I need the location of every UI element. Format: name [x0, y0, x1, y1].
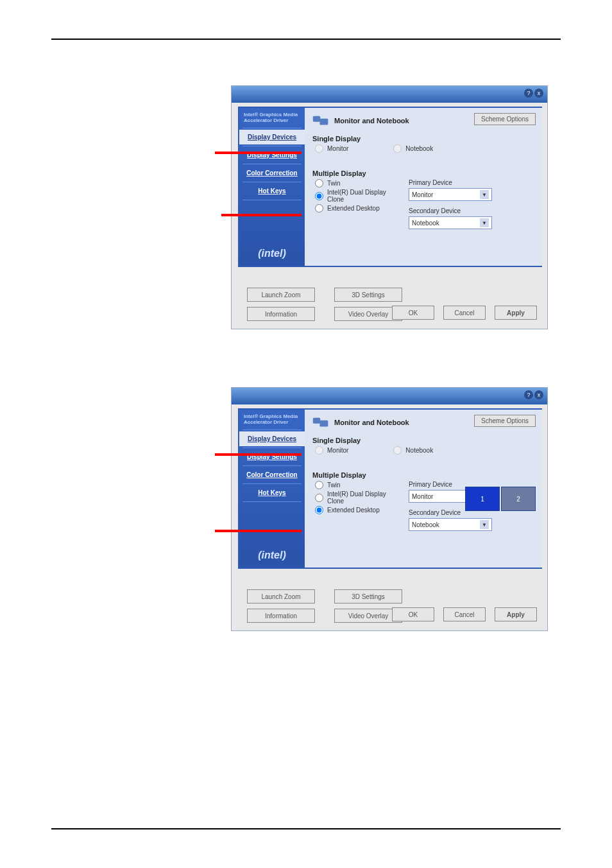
annotation-display-devices	[215, 453, 302, 456]
annotation-extended-desktop	[215, 530, 302, 532]
ok-button[interactable]: OK	[392, 607, 434, 621]
panel-body: Intel® Graphics Media Accelerator Driver…	[238, 107, 542, 267]
sidebar-item-display-devices[interactable]: Display Devices	[239, 431, 305, 446]
page-top-rule	[51, 39, 561, 40]
annotation-display-devices	[215, 152, 302, 154]
apply-button[interactable]: Apply	[495, 306, 537, 320]
preview-screen-1[interactable]: 1	[465, 487, 500, 511]
single-display-group-label: Single Display	[312, 437, 534, 444]
sidebar-item-color-correction[interactable]: Color Correction	[239, 166, 305, 180]
content-area: Monitor and Notebook Scheme Options Sing…	[305, 410, 542, 568]
sidebar-item-color-correction[interactable]: Color Correction	[239, 467, 305, 482]
cancel-button[interactable]: Cancel	[443, 607, 486, 621]
sidebar: Intel® Graphics Media Accelerator Driver…	[239, 410, 305, 568]
radio-multi-extended[interactable]: Extended Desktop	[315, 506, 389, 514]
primary-device-value: Monitor	[412, 191, 433, 198]
radio-multi-twin[interactable]: Twin	[315, 481, 389, 489]
panel-body: Intel® Graphics Media Accelerator Driver…	[238, 408, 542, 569]
help-icon[interactable]: ?	[524, 390, 533, 399]
content-heading: Monitor and Notebook	[334, 117, 409, 125]
sidebar-item-display-settings[interactable]: Display Settings	[239, 148, 305, 162]
titlebar: ? x	[232, 86, 547, 103]
radio-multi-dual-clone[interactable]: Intel(R) Dual Display Clone	[315, 189, 389, 203]
information-button[interactable]: Information	[247, 307, 315, 321]
information-button[interactable]: Information	[247, 609, 315, 623]
secondary-device-label: Secondary Device	[409, 207, 492, 214]
multiple-display-group-label: Multiple Display	[312, 471, 534, 479]
chevron-down-icon: ▼	[480, 520, 489, 529]
dialog-window: ? x Intel® Graphics Media Accelerator Dr…	[231, 85, 548, 329]
3d-settings-button[interactable]: 3D Settings	[334, 589, 402, 603]
scheme-options-button[interactable]: Scheme Options	[474, 113, 536, 125]
radio-multi-twin[interactable]: Twin	[315, 179, 389, 187]
intel-logo: (intel)	[239, 248, 305, 259]
chevron-down-icon: ▼	[480, 218, 489, 227]
apply-button[interactable]: Apply	[495, 607, 537, 621]
secondary-device-dropdown[interactable]: Notebook ▼	[409, 216, 492, 229]
launch-zoom-button[interactable]: Launch Zoom	[247, 288, 315, 302]
radio-multi-extended[interactable]: Extended Desktop	[315, 204, 389, 213]
page-bottom-rule	[51, 828, 561, 829]
secondary-device-value: Notebook	[412, 521, 439, 528]
content-heading: Monitor and Notebook	[334, 419, 409, 426]
primary-device-value: Monitor	[412, 493, 433, 500]
preview-screen-2[interactable]: 2	[501, 487, 536, 511]
multiple-display-group-label: Multiple Display	[312, 169, 534, 177]
radio-multi-dual-clone[interactable]: Intel(R) Dual Display Clone	[315, 490, 389, 505]
monitor-notebook-icon	[312, 114, 329, 127]
single-display-group-label: Single Display	[312, 135, 534, 143]
sidebar-item-display-devices[interactable]: Display Devices	[239, 130, 305, 144]
monitor-notebook-icon	[312, 416, 329, 429]
secondary-device-value: Notebook	[412, 220, 439, 227]
driver-brand-label: Intel® Graphics Media Accelerator Driver	[239, 410, 305, 428]
cancel-button[interactable]: Cancel	[443, 306, 486, 320]
launch-zoom-button[interactable]: Launch Zoom	[247, 589, 315, 603]
titlebar: ? x	[232, 388, 547, 404]
radio-single-monitor[interactable]: Monitor	[315, 144, 348, 153]
content-area: Monitor and Notebook Scheme Options Sing…	[305, 108, 542, 266]
close-icon[interactable]: x	[534, 89, 543, 98]
svg-rect-1	[319, 119, 328, 125]
radio-single-notebook[interactable]: Notebook	[393, 144, 433, 153]
secondary-device-dropdown[interactable]: Notebook ▼	[409, 518, 492, 531]
intel-driver-panel-clone-mode: ? x Intel® Graphics Media Accelerator Dr…	[231, 85, 548, 329]
scheme-options-button[interactable]: Scheme Options	[474, 415, 536, 427]
close-icon[interactable]: x	[534, 390, 543, 399]
svg-rect-2	[313, 418, 320, 424]
sidebar-item-hot-keys[interactable]: Hot Keys	[239, 184, 305, 198]
radio-single-monitor[interactable]: Monitor	[315, 446, 348, 455]
dialog-window: ? x Intel® Graphics Media Accelerator Dr…	[231, 387, 548, 631]
help-icon[interactable]: ?	[524, 89, 533, 98]
radio-single-notebook[interactable]: Notebook	[393, 446, 433, 455]
sidebar: Intel® Graphics Media Accelerator Driver…	[239, 108, 305, 266]
svg-rect-0	[313, 116, 320, 122]
primary-device-label: Primary Device	[409, 179, 492, 186]
svg-rect-3	[319, 421, 328, 427]
annotation-hot-keys-row	[221, 214, 302, 216]
chevron-down-icon: ▼	[480, 190, 489, 199]
sidebar-item-hot-keys[interactable]: Hot Keys	[239, 485, 305, 500]
ok-button[interactable]: OK	[392, 306, 434, 320]
sidebar-item-display-settings[interactable]: Display Settings	[239, 449, 305, 464]
driver-brand-label: Intel® Graphics Media Accelerator Driver	[239, 108, 305, 126]
intel-driver-panel-extended-mode: ? x Intel® Graphics Media Accelerator Dr…	[231, 387, 548, 631]
extended-desktop-preview[interactable]: 1 2	[465, 487, 536, 511]
intel-logo: (intel)	[239, 550, 305, 561]
primary-device-dropdown[interactable]: Monitor ▼	[409, 188, 492, 201]
3d-settings-button[interactable]: 3D Settings	[334, 288, 402, 302]
